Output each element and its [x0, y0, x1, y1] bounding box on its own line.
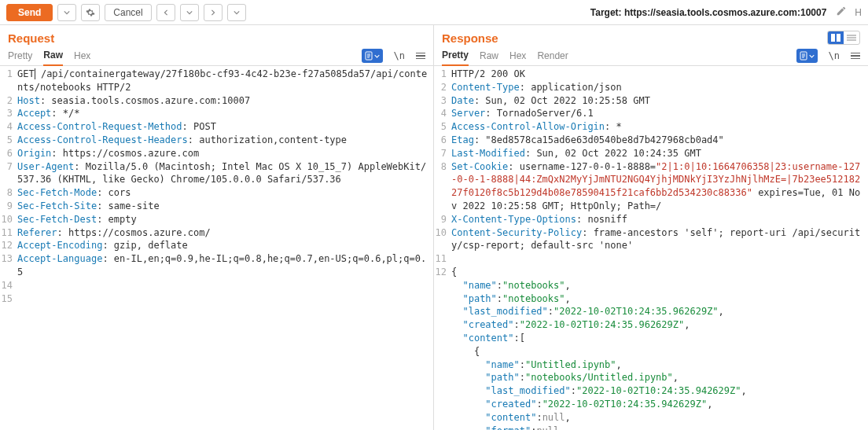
- chevron-down-icon: [234, 9, 240, 16]
- code-line: "name":"notebooks",: [434, 279, 868, 292]
- code-line: 5Access-Control-Request-Headers: authori…: [0, 134, 433, 147]
- code-line: 4Access-Control-Request-Method: POST: [0, 120, 433, 134]
- code-line: "content":null,: [434, 411, 868, 424]
- code-line: "content":[: [434, 332, 868, 345]
- code-line: 9X-Content-Type-Options: nosniff: [434, 213, 868, 226]
- response-viewer[interactable]: 1HTTP/2 200 OK2Content-Type: application…: [434, 66, 868, 430]
- response-panel: Response Pretty Raw Hex Render: [434, 25, 868, 430]
- cancel-button[interactable]: Cancel: [105, 4, 151, 21]
- next-dropdown-button[interactable]: [227, 4, 246, 21]
- newline-toggle[interactable]: \n: [394, 50, 405, 61]
- layout-toggle[interactable]: [827, 31, 860, 45]
- http-version-label: H: [855, 7, 862, 18]
- next-button[interactable]: [204, 4, 223, 21]
- send-dropdown-button[interactable]: [57, 4, 76, 21]
- view-mode-chip[interactable]: [796, 49, 818, 63]
- code-line: 2Content-Type: application/json: [434, 81, 868, 94]
- code-line: 12Accept-Encoding: gzip, deflate: [0, 239, 433, 252]
- code-line: 8Sec-Fetch-Mode: cors: [0, 186, 433, 200]
- layout-single-icon: [844, 31, 859, 44]
- response-title: Response: [434, 25, 824, 45]
- code-line: 4Server: TornadoServer/6.1: [434, 107, 868, 120]
- newline-toggle[interactable]: \n: [829, 50, 840, 61]
- tab-pretty[interactable]: Pretty: [8, 47, 32, 65]
- code-line: 10Sec-Fetch-Dest: empty: [0, 213, 433, 226]
- code-line: 5Access-Control-Allow-Origin: *: [434, 120, 868, 134]
- chevron-down-icon: [809, 53, 815, 59]
- chevron-down-icon: [186, 9, 193, 16]
- chevron-down-icon: [374, 53, 380, 59]
- tab-raw[interactable]: Raw: [480, 47, 498, 65]
- code-line: 11Referer: https://cosmos.azure.com/: [0, 226, 433, 240]
- code-line: 15: [0, 292, 433, 306]
- code-line: 6Origin: https://cosmos.azure.com: [0, 147, 433, 160]
- code-line: 1GET /api/containergateway/27f180bc-cf93…: [0, 68, 433, 94]
- tab-raw[interactable]: Raw: [43, 46, 63, 66]
- tab-hex[interactable]: Hex: [509, 47, 526, 65]
- code-line: "format":null,: [434, 424, 868, 430]
- code-line: 11: [434, 252, 868, 266]
- code-line: 10Content-Security-Policy: frame-ancesto…: [434, 226, 868, 253]
- svg-rect-5: [837, 34, 840, 42]
- response-menu-button[interactable]: [851, 53, 860, 60]
- code-line: 12{: [434, 266, 868, 279]
- svg-rect-4: [831, 34, 835, 42]
- code-line: "path":"notebooks",: [434, 292, 868, 306]
- code-line: 3Date: Sun, 02 Oct 2022 10:25:58 GMT: [434, 94, 868, 108]
- request-subtabs: Pretty Raw Hex \n: [0, 45, 433, 66]
- code-line: 2Host: seasia.tools.cosmos.azure.com:100…: [0, 94, 433, 108]
- code-line: "last_modified":"2022-10-02T10:24:35.942…: [434, 384, 868, 398]
- code-line: "path":"notebooks/Untitled.ipynb",: [434, 371, 868, 384]
- send-button[interactable]: Send: [6, 4, 53, 21]
- code-line: 14: [0, 279, 433, 292]
- code-line: "created":"2022-10-02T10:24:35.942629Z",: [434, 398, 868, 411]
- chevron-down-icon: [64, 9, 70, 16]
- toolbar: Send Cancel Target: https://seasia.tools…: [0, 0, 868, 25]
- request-panel: Request Pretty Raw Hex \n 1GET /api/cont…: [0, 25, 434, 430]
- pencil-icon: [836, 6, 847, 17]
- chevron-left-icon: [163, 9, 169, 16]
- code-line: 7User-Agent: Mozilla/5.0 (Macintosh; Int…: [0, 160, 433, 187]
- code-line: "created":"2022-10-02T10:24:35.962629Z",: [434, 318, 868, 332]
- prev-dropdown-button[interactable]: [180, 4, 199, 21]
- target-label: Target: https://seasia.tools.cosmos.azur…: [590, 7, 827, 18]
- tab-render[interactable]: Render: [537, 47, 568, 65]
- request-title: Request: [0, 25, 433, 45]
- code-line: 7Last-Modified: Sun, 02 Oct 2022 10:24:3…: [434, 147, 868, 160]
- chevron-right-icon: [210, 9, 216, 16]
- view-mode-chip[interactable]: [362, 49, 383, 63]
- code-line: {: [434, 345, 868, 358]
- edit-target-button[interactable]: [836, 6, 847, 19]
- code-line: "name":"Untitled.ipynb",: [434, 358, 868, 372]
- code-line: 13Accept-Language: en-IL,en;q=0.9,he-IL;…: [0, 252, 433, 279]
- code-line: 8Set-Cookie: username-127-0-0-1-8888="2|…: [434, 160, 868, 213]
- document-icon: [365, 51, 373, 61]
- code-line: 3Accept: */*: [0, 107, 433, 120]
- prev-button[interactable]: [156, 4, 175, 21]
- code-line: 1HTTP/2 200 OK: [434, 68, 868, 81]
- code-line: 9Sec-Fetch-Site: same-site: [0, 200, 433, 213]
- settings-button[interactable]: [81, 4, 100, 21]
- code-line: "last_modified":"2022-10-02T10:24:35.962…: [434, 305, 868, 318]
- response-subtabs: Pretty Raw Hex Render \n: [434, 45, 868, 66]
- request-menu-button[interactable]: [416, 53, 425, 60]
- tab-pretty[interactable]: Pretty: [442, 46, 469, 66]
- code-line: 6Etag: "8ed8578ca15ad6e63d0540be8d7b4279…: [434, 134, 868, 147]
- document-icon: [800, 51, 807, 61]
- gear-icon: [86, 8, 95, 17]
- tab-hex[interactable]: Hex: [74, 47, 90, 65]
- layout-split-icon: [828, 31, 844, 44]
- request-editor[interactable]: 1GET /api/containergateway/27f180bc-cf93…: [0, 66, 433, 430]
